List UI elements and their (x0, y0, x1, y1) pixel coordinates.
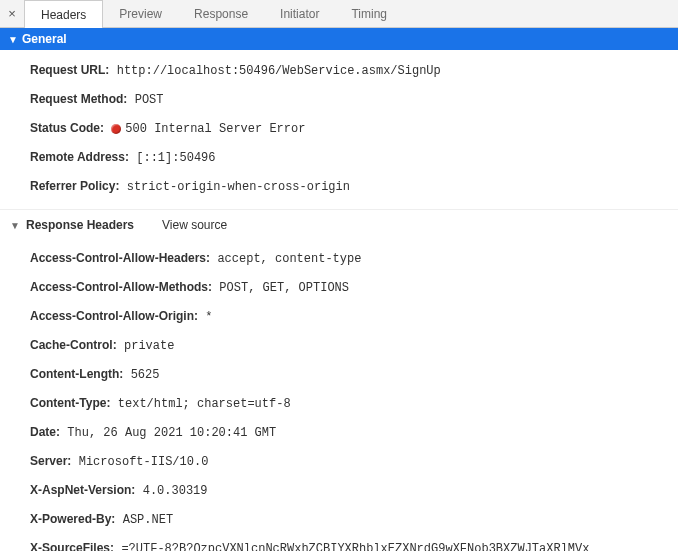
tab-response[interactable]: Response (178, 0, 264, 28)
value: ASP.NET (123, 513, 173, 527)
tab-preview[interactable]: Preview (103, 0, 178, 28)
view-source-link[interactable]: View source (162, 218, 227, 232)
header-row: Access-Control-Allow-Origin: * (30, 302, 670, 331)
label: Access-Control-Allow-Origin: (30, 309, 198, 323)
header-row: Content-Type: text/html; charset=utf-8 (30, 389, 670, 418)
chevron-down-icon: ▼ (8, 34, 18, 45)
value: accept, content-type (217, 252, 361, 266)
label: Referrer Policy: (30, 179, 119, 193)
header-row: Server: Microsoft-IIS/10.0 (30, 447, 670, 476)
tab-initiator[interactable]: Initiator (264, 0, 335, 28)
value: [::1]:50496 (136, 151, 215, 165)
header-row: Content-Length: 5625 (30, 360, 670, 389)
header-row: Cache-Control: private (30, 331, 670, 360)
label: Content-Length: (30, 367, 123, 381)
general-rows: Request URL: http://localhost:50496/WebS… (0, 50, 678, 209)
row-referrer-policy: Referrer Policy: strict-origin-when-cros… (30, 172, 670, 201)
response-header-rows: Access-Control-Allow-Headers: accept, co… (0, 238, 678, 551)
section-response-headers-header[interactable]: ▼ Response Headers View source (0, 209, 678, 238)
label: Cache-Control: (30, 338, 117, 352)
value: =?UTF-8?B?QzpcVXNlcnNcRWxhZCBIYXRhblxEZX… (121, 542, 589, 551)
row-request-method: Request Method: POST (30, 85, 670, 114)
label: Date: (30, 425, 60, 439)
label: Request URL: (30, 63, 109, 77)
close-icon[interactable]: × (0, 6, 24, 21)
value: 5625 (131, 368, 160, 382)
tab-headers[interactable]: Headers (24, 0, 103, 28)
label: X-AspNet-Version: (30, 483, 135, 497)
value: Microsoft-IIS/10.0 (79, 455, 209, 469)
tab-bar: × Headers Preview Response Initiator Tim… (0, 0, 678, 28)
section-general-header[interactable]: ▼ General (0, 28, 678, 50)
status-text: 500 Internal Server Error (125, 122, 305, 136)
value: 500 Internal Server Error (111, 122, 305, 136)
header-row: Access-Control-Allow-Methods: POST, GET,… (30, 273, 670, 302)
section-general-title: General (22, 32, 67, 46)
value: http://localhost:50496/WebService.asmx/S… (117, 64, 441, 78)
row-status-code: Status Code: 500 Internal Server Error (30, 114, 670, 143)
label: Status Code: (30, 121, 104, 135)
label: X-Powered-By: (30, 512, 115, 526)
label: Content-Type: (30, 396, 110, 410)
label: Request Method: (30, 92, 127, 106)
tab-timing[interactable]: Timing (335, 0, 403, 28)
header-row: X-AspNet-Version: 4.0.30319 (30, 476, 670, 505)
value: * (205, 310, 212, 324)
label: X-SourceFiles: (30, 541, 114, 551)
label: Access-Control-Allow-Headers: (30, 251, 210, 265)
chevron-down-icon: ▼ (10, 220, 20, 231)
section-response-headers-title: Response Headers (26, 218, 134, 232)
value: strict-origin-when-cross-origin (127, 180, 350, 194)
value: POST, GET, OPTIONS (219, 281, 349, 295)
label: Remote Address: (30, 150, 129, 164)
header-row: Date: Thu, 26 Aug 2021 10:20:41 GMT (30, 418, 670, 447)
value: text/html; charset=utf-8 (118, 397, 291, 411)
header-row: X-SourceFiles: =?UTF-8?B?QzpcVXNlcnNcRWx… (30, 534, 670, 551)
header-row: Access-Control-Allow-Headers: accept, co… (30, 244, 670, 273)
value: Thu, 26 Aug 2021 10:20:41 GMT (67, 426, 276, 440)
value: private (124, 339, 174, 353)
row-request-url: Request URL: http://localhost:50496/WebS… (30, 56, 670, 85)
header-row: X-Powered-By: ASP.NET (30, 505, 670, 534)
label: Access-Control-Allow-Methods: (30, 280, 212, 294)
row-remote-address: Remote Address: [::1]:50496 (30, 143, 670, 172)
value: 4.0.30319 (143, 484, 208, 498)
status-dot-icon (111, 124, 121, 134)
value: POST (135, 93, 164, 107)
label: Server: (30, 454, 71, 468)
